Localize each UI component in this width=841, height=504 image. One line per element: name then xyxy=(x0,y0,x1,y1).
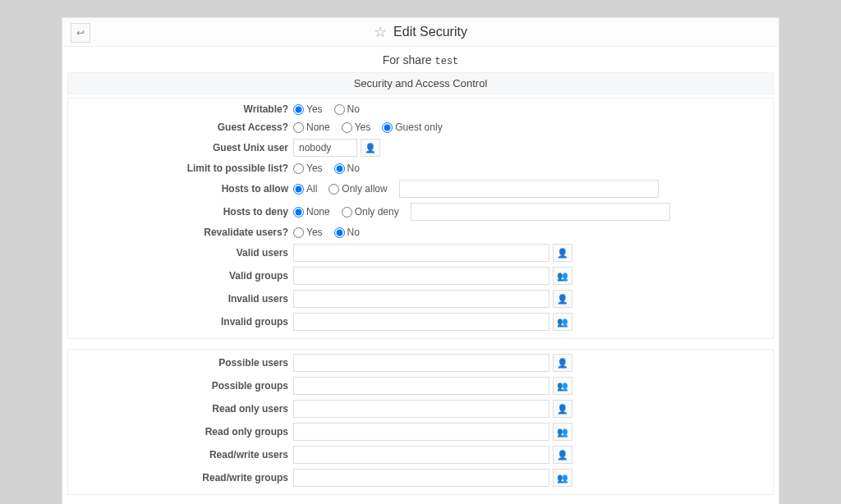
user-icon: 👤 xyxy=(557,248,568,259)
label-invalid-users: Invalid users xyxy=(73,293,293,305)
label-valid-groups: Valid groups xyxy=(73,270,293,282)
revalidate-no[interactable]: No xyxy=(334,227,360,238)
hosts-allow-input[interactable] xyxy=(399,180,659,198)
read-only-groups-picker[interactable]: 👥 xyxy=(553,423,572,441)
possible-users-input[interactable] xyxy=(293,354,549,372)
label-possible-users: Possible users xyxy=(73,357,293,369)
user-icon: 👤 xyxy=(557,404,568,415)
invalid-groups-input[interactable] xyxy=(293,313,549,331)
label-read-only-groups: Read only groups xyxy=(73,426,293,438)
limit-yes[interactable]: Yes xyxy=(293,163,323,174)
invalid-users-input[interactable] xyxy=(293,290,549,308)
user-icon: 👤 xyxy=(557,358,568,369)
label-hosts-deny: Hosts to deny xyxy=(73,206,293,218)
group-icon: 👥 xyxy=(557,473,568,483)
label-possible-groups: Possible groups xyxy=(73,380,293,392)
possible-users-picker[interactable]: 👤 xyxy=(553,354,572,372)
valid-users-picker[interactable]: 👤 xyxy=(553,244,572,262)
hosts-deny-only[interactable]: Only deny xyxy=(342,206,399,218)
read-write-groups-picker[interactable]: 👥 xyxy=(553,469,572,487)
label-writable: Writable? xyxy=(73,103,293,115)
guest-none[interactable]: None xyxy=(293,121,330,133)
user-icon: 👤 xyxy=(557,450,568,460)
read-only-users-picker[interactable]: 👤 xyxy=(553,400,572,418)
invalid-users-picker[interactable]: 👤 xyxy=(553,290,572,308)
label-hosts-allow: Hosts to allow xyxy=(73,183,293,195)
read-only-users-input[interactable] xyxy=(293,400,549,418)
group-icon: 👥 xyxy=(557,427,568,438)
label-guest-access: Guest Access? xyxy=(73,121,293,133)
label-revalidate: Revalidate users? xyxy=(73,227,293,238)
label-read-write-groups: Read/write groups xyxy=(73,472,293,483)
group-icon: 👥 xyxy=(557,381,568,392)
star-icon: ☆ xyxy=(374,25,387,39)
limit-no[interactable]: No xyxy=(334,163,360,174)
invalid-groups-picker[interactable]: 👥 xyxy=(553,313,572,331)
label-read-write-users: Read/write users xyxy=(73,449,293,460)
label-guest-unix-user: Guest Unix user xyxy=(73,142,293,153)
group-icon: 👥 xyxy=(557,317,568,328)
group-icon: 👥 xyxy=(557,271,568,282)
main-panel: ↩ ☆ Edit Security For share test Securit… xyxy=(62,18,779,504)
valid-users-input[interactable] xyxy=(293,244,549,262)
guest-yes[interactable]: Yes xyxy=(342,121,371,133)
share-subtitle: For share test xyxy=(62,47,779,69)
hosts-deny-input[interactable] xyxy=(411,203,670,221)
writable-no[interactable]: No xyxy=(334,103,360,115)
page-title: Edit Security xyxy=(393,25,467,39)
revalidate-yes[interactable]: Yes xyxy=(293,227,323,238)
hosts-deny-none[interactable]: None xyxy=(293,206,330,218)
guest-unix-user-input[interactable] xyxy=(293,139,357,157)
hosts-allow-only[interactable]: Only allow xyxy=(329,183,387,195)
label-invalid-groups: Invalid groups xyxy=(73,316,293,328)
label-read-only-users: Read only users xyxy=(73,403,293,415)
read-only-groups-input[interactable] xyxy=(293,423,549,441)
valid-groups-input[interactable] xyxy=(293,267,549,285)
label-valid-users: Valid users xyxy=(73,247,293,259)
user-icon: 👤 xyxy=(365,143,376,153)
back-button[interactable]: ↩ xyxy=(71,23,90,43)
hosts-allow-all[interactable]: All xyxy=(293,183,317,195)
section-heading: Security and Access Control xyxy=(67,72,774,94)
possible-groups-input[interactable] xyxy=(293,377,549,395)
arrow-left-return-icon: ↩ xyxy=(76,27,85,39)
guest-only[interactable]: Guest only xyxy=(382,121,442,133)
user-icon: 👤 xyxy=(557,294,568,305)
writable-yes[interactable]: Yes xyxy=(293,103,323,115)
read-write-users-input[interactable] xyxy=(293,446,549,464)
valid-groups-picker[interactable]: 👥 xyxy=(553,267,572,285)
panel-header: ↩ ☆ Edit Security xyxy=(62,18,779,47)
possible-groups-picker[interactable]: 👥 xyxy=(553,377,572,395)
read-write-users-picker[interactable]: 👤 xyxy=(553,446,572,464)
guest-unix-user-picker[interactable]: 👤 xyxy=(361,139,380,157)
read-write-groups-input[interactable] xyxy=(293,469,549,487)
label-limit-possible: Limit to possible list? xyxy=(73,163,293,174)
